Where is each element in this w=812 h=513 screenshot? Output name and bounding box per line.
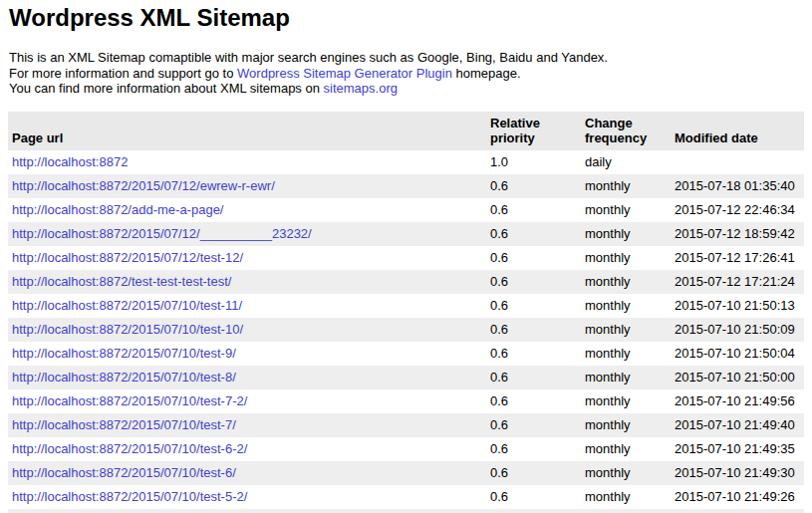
frequency-cell: monthly [581, 270, 671, 294]
plugin-homepage-link[interactable]: Wordpress Sitemap Generator Plugin [237, 66, 452, 81]
priority-cell: 0.6 [486, 389, 581, 413]
priority-cell: 0.6 [486, 461, 581, 485]
empty-cell [671, 509, 804, 513]
page-url-link[interactable]: http://localhost:8872/2015/07/10/test-6/ [12, 465, 236, 480]
frequency-cell: monthly [581, 389, 671, 413]
sitemaps-org-link[interactable]: sitemaps.org [324, 81, 398, 96]
table-row: http://localhost:8872/2015/07/10/test-9/… [8, 342, 804, 366]
page-url-link[interactable]: http://localhost:8872/2015/07/12/_______… [12, 226, 312, 241]
page-url-link[interactable]: http://localhost:8872 [12, 154, 128, 169]
priority-cell: 0.6 [486, 366, 581, 389]
frequency-cell: monthly [581, 461, 671, 485]
page-url-cell: http://localhost:8872/2015/07/10/test-7-… [8, 389, 486, 413]
page-url-link[interactable]: http://localhost:8872/2015/07/10/test-9/ [12, 346, 236, 361]
modified-cell: 2015-07-12 22:46:34 [671, 198, 804, 222]
priority-cell: 0.6 [486, 342, 581, 366]
frequency-cell: monthly [581, 294, 671, 318]
frequency-cell: monthly [581, 366, 671, 389]
page-url-link[interactable]: http://localhost:8872/add-me-a-page/ [12, 202, 223, 217]
frequency-cell: monthly [581, 485, 671, 509]
table-row: http://localhost:8872/add-me-a-page/0.6m… [8, 198, 804, 222]
column-header-change-frequency: Change frequency [581, 112, 671, 150]
priority-cell: 0.6 [486, 270, 581, 294]
intro-line-1: This is an XML Sitemap comaptible with m… [9, 50, 608, 65]
frequency-cell: daily [581, 150, 671, 174]
page-url-cell: http://localhost:8872/test-test-test-tes… [8, 270, 486, 294]
priority-cell: 0.6 [486, 485, 581, 509]
frequency-cell: monthly [581, 198, 671, 222]
page-url-cell: http://localhost:8872/2015/07/10/test-9/ [8, 342, 486, 366]
priority-cell: 1.0 [486, 150, 581, 174]
modified-cell: 2015-07-10 21:50:00 [671, 366, 804, 389]
empty-cell [8, 509, 486, 513]
page-url-cell: http://localhost:8872 [8, 150, 486, 174]
priority-cell: 0.6 [486, 318, 581, 342]
modified-cell: 2015-07-10 21:49:56 [671, 389, 804, 413]
modified-cell: 2015-07-10 21:50:13 [671, 294, 804, 318]
priority-cell: 0.6 [486, 198, 581, 222]
intro-line-2-prefix: For more information and support go to [9, 66, 237, 81]
page-url-link[interactable]: http://localhost:8872/2015/07/10/test-8/ [12, 370, 236, 385]
column-header-modified-date: Modified date [671, 112, 804, 150]
frequency-cell: monthly [581, 413, 671, 437]
frequency-cell: monthly [581, 246, 671, 270]
page-url-cell: http://localhost:8872/2015/07/10/test-10… [8, 318, 486, 342]
page-url-link[interactable]: http://localhost:8872/2015/07/10/test-6-… [12, 441, 247, 456]
page-url-cell: http://localhost:8872/2015/07/12/ewrew-r… [8, 174, 486, 198]
intro-line-3: You can find more information about XML … [9, 81, 398, 96]
modified-cell: 2015-07-12 17:21:24 [671, 270, 804, 294]
page-url-link[interactable]: http://localhost:8872/test-test-test-tes… [12, 274, 231, 289]
priority-cell: 0.6 [486, 294, 581, 318]
sitemap-rows: http://localhost:88721.0dailyhttp://loca… [8, 150, 804, 513]
page-url-cell: http://localhost:8872/add-me-a-page/ [8, 198, 486, 222]
table-row: http://localhost:8872/2015/07/10/test-7/… [8, 413, 804, 437]
sitemap-table: Page url Relative priority Change freque… [8, 112, 804, 513]
modified-cell: 2015-07-10 21:50:04 [671, 342, 804, 366]
content-area: Wordpress XML Sitemap This is an XML Sit… [0, 3, 812, 513]
priority-cell: 0.6 [486, 246, 581, 270]
modified-cell: 2015-07-12 17:26:41 [671, 246, 804, 270]
priority-cell: 0.6 [486, 437, 581, 461]
page-title: Wordpress XML Sitemap [9, 3, 804, 33]
table-row: http://localhost:8872/2015/07/10/test-7-… [8, 389, 804, 413]
page-url-link[interactable]: http://localhost:8872/2015/07/12/test-12… [12, 250, 243, 265]
page-url-cell: http://localhost:8872/2015/07/10/test-6-… [8, 437, 486, 461]
table-row: http://localhost:8872/2015/07/12/ewrew-r… [8, 174, 804, 198]
page-url-cell: http://localhost:8872/2015/07/10/test-7/ [8, 413, 486, 437]
priority-cell: 0.6 [486, 174, 581, 198]
intro-text: This is an XML Sitemap comaptible with m… [9, 50, 804, 97]
modified-cell: 2015-07-10 21:49:40 [671, 413, 804, 437]
page-url-link[interactable]: http://localhost:8872/2015/07/12/ewrew-r… [12, 178, 275, 193]
table-row: http://localhost:8872/2015/07/10/test-5-… [8, 485, 804, 509]
modified-cell: 2015-07-10 21:50:09 [671, 318, 804, 342]
page-url-link[interactable]: http://localhost:8872/2015/07/10/test-5-… [12, 489, 247, 504]
intro-line-2: For more information and support go to W… [9, 66, 521, 81]
frequency-cell: monthly [581, 318, 671, 342]
page-url-link[interactable]: http://localhost:8872/2015/07/10/test-7-… [12, 393, 247, 408]
page-url-cell: http://localhost:8872/2015/07/10/test-11… [8, 294, 486, 318]
sitemap-page: { "page": { "title": "Wordpress XML Site… [0, 0, 812, 513]
table-row: http://localhost:8872/2015/07/10/test-6-… [8, 437, 804, 461]
priority-cell: 0.6 [486, 413, 581, 437]
priority-cell: 0.6 [486, 222, 581, 246]
modified-cell: 2015-07-18 01:35:40 [671, 174, 804, 198]
table-row: http://localhost:8872/2015/07/10/test-8/… [8, 366, 804, 389]
frequency-cell: monthly [581, 174, 671, 198]
frequency-cell: monthly [581, 437, 671, 461]
page-url-link[interactable]: http://localhost:8872/2015/07/10/test-7/ [12, 417, 236, 432]
modified-cell: 2015-07-10 21:49:35 [671, 437, 804, 461]
modified-cell: 2015-07-10 21:49:30 [671, 461, 804, 485]
table-row: http://localhost:8872/2015/07/10/test-6/… [8, 461, 804, 485]
frequency-cell: monthly [581, 342, 671, 366]
page-url-cell: http://localhost:8872/2015/07/10/test-8/ [8, 366, 486, 389]
modified-cell [671, 150, 804, 174]
frequency-cell: monthly [581, 222, 671, 246]
table-row: http://localhost:8872/2015/07/10/test-10… [8, 318, 804, 342]
page-url-cell: http://localhost:8872/2015/07/12/test-12… [8, 246, 486, 270]
page-url-link[interactable]: http://localhost:8872/2015/07/10/test-11… [12, 298, 242, 313]
page-url-link[interactable]: http://localhost:8872/2015/07/10/test-10… [12, 322, 243, 337]
table-row: http://localhost:88721.0daily [8, 150, 804, 174]
empty-cell [486, 509, 581, 513]
table-row-partial [8, 509, 804, 513]
intro-line-3-prefix: You can find more information about XML … [9, 81, 324, 96]
